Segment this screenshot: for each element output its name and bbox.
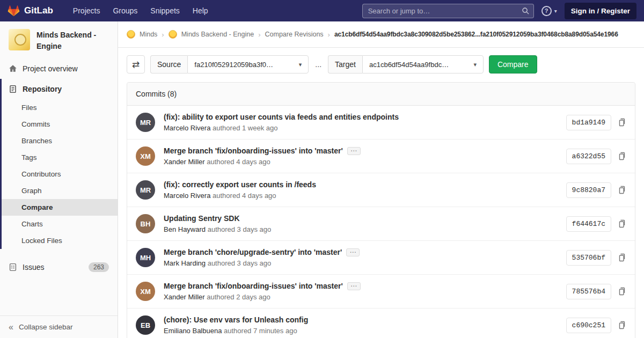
avatar: MH <box>136 248 155 267</box>
issues-icon <box>9 263 17 271</box>
sidebar-item-locked-files[interactable]: Locked Files <box>2 232 118 249</box>
commit-time: authored 4 days ago <box>213 192 276 200</box>
commit-time: authored 3 days ago <box>208 225 272 233</box>
help-dropdown[interactable]: ? ▾ <box>541 6 557 16</box>
project-header[interactable]: Minds Backend - Engine <box>0 21 118 57</box>
commits-header: Commits (8) <box>127 83 635 106</box>
commit-author-link[interactable]: Marcelo Rivera <box>164 192 210 200</box>
commit-title-link[interactable]: Merge branch 'fix/onboarding-issues' int… <box>164 146 343 155</box>
sidebar-item-label: Issues <box>23 263 83 271</box>
commit-title-link[interactable]: Updating Sentry SDK <box>164 214 240 223</box>
commit-sha[interactable]: 9c8820a7 <box>566 182 611 198</box>
commit-title-link[interactable]: (fix): ability to export user counts via… <box>164 113 399 121</box>
sidebar-item-issues[interactable]: Issues 263 <box>0 256 118 278</box>
collapse-sidebar-button[interactable]: « Collapse sidebar <box>0 315 118 338</box>
commit-author-link[interactable]: Xander Miller <box>164 158 205 166</box>
expand-commit-message-button[interactable]: … <box>347 147 361 155</box>
sidebar-item-files[interactable]: Files <box>2 99 118 116</box>
commit-time: authored 3 days ago <box>208 259 272 267</box>
commit-sha[interactable]: 785576b4 <box>566 284 611 299</box>
copy-commit-sha-button[interactable] <box>618 186 626 194</box>
sidebar-item-project-overview[interactable]: Project overview <box>0 58 118 79</box>
sign-in-register-button[interactable]: Sign in / Register <box>565 3 636 19</box>
copy-commit-sha-button[interactable] <box>618 118 626 127</box>
commit-author-link[interactable]: Ben Hayward <box>164 225 206 233</box>
commit-author-link[interactable]: Xander Miller <box>164 293 205 301</box>
compare-form: ⇄ Source fa210f052912059ba3f0… ▾ ... Tar… <box>118 48 644 82</box>
commit-meta: Xander Miller authored 2 days ago <box>164 293 558 301</box>
collapse-icon: « <box>9 325 13 330</box>
search-input[interactable] <box>362 4 534 18</box>
breadcrumb-project[interactable]: Minds Backend - Engine <box>181 31 254 38</box>
avatar: MR <box>136 113 155 132</box>
expand-commit-message-button[interactable]: … <box>346 248 360 256</box>
search-icon <box>522 7 530 15</box>
chevron-down-icon: ▾ <box>299 61 302 68</box>
home-icon <box>9 64 17 73</box>
sidebar-item-graph[interactable]: Graph <box>2 182 118 199</box>
target-label: Target <box>328 55 362 74</box>
target-ref-dropdown[interactable]: ac1cb6df54d54aa9fbdc… ▾ <box>362 55 484 74</box>
collapse-label: Collapse sidebar <box>19 323 73 331</box>
nav-snippets[interactable]: Snippets <box>144 3 185 18</box>
copy-commit-sha-button[interactable] <box>618 219 626 228</box>
gitlab-logo[interactable]: GitLab <box>8 5 53 17</box>
avatar: MR <box>136 180 155 200</box>
nav-projects[interactable]: Projects <box>67 3 106 18</box>
source-ref-value: fa210f052912059ba3f0… <box>194 61 273 69</box>
source-label: Source <box>150 55 187 74</box>
target-ref-value: ac1cb6df54d54aa9fbdc… <box>369 61 449 69</box>
commit-sha[interactable]: bd1a9149 <box>566 115 611 130</box>
commit-title-link[interactable]: Merge branch 'chore/upgrade-sentry' into… <box>164 248 342 256</box>
sidebar-item-label: Repository <box>23 85 62 93</box>
copy-commit-sha-button[interactable] <box>618 152 626 160</box>
commit-title-link[interactable]: Merge branch 'fix/onboarding-issues' int… <box>164 282 343 290</box>
sidebar-item-tags[interactable]: Tags <box>2 149 118 166</box>
breadcrumb-compare-revisions[interactable]: Compare Revisions <box>265 31 324 38</box>
repository-submenu: Files Commits Branches Tags Contributors… <box>2 99 118 249</box>
sidebar-item-commits[interactable]: Commits <box>2 116 118 133</box>
copy-commit-sha-button[interactable] <box>618 253 626 262</box>
commit-row: MR (fix): ability to export user counts … <box>127 106 635 139</box>
brand-text: GitLab <box>24 5 53 16</box>
commit-row: BH Updating Sentry SDK Ben Hayward autho… <box>127 207 635 241</box>
compare-button[interactable]: Compare <box>489 55 537 74</box>
sidebar-item-label: Project overview <box>23 64 78 73</box>
commit-sha[interactable]: f644617c <box>566 216 611 232</box>
commit-title-link[interactable]: (fix): correctly export user counts in /… <box>164 180 316 189</box>
commit-author-link[interactable]: Emiliano Balbuena <box>164 327 222 335</box>
issues-count-badge: 263 <box>89 262 109 272</box>
commit-sha[interactable]: a6322d55 <box>566 149 611 164</box>
commit-row: XM Merge branch 'fix/onboarding-issues' … <box>127 139 635 173</box>
commit-sha[interactable]: c690c251 <box>566 318 611 333</box>
commit-meta: Marcelo Rivera authored 4 days ago <box>164 192 558 200</box>
source-group: Source fa210f052912059ba3f0… ▾ <box>150 55 309 74</box>
nav-help[interactable]: Help <box>187 3 214 18</box>
target-group: Target ac1cb6df54d54aa9fbdc… ▾ <box>328 55 484 74</box>
sidebar-item-contributors[interactable]: Contributors <box>2 166 118 182</box>
expand-commit-message-button[interactable]: … <box>347 282 361 290</box>
nav-groups[interactable]: Groups <box>107 3 143 18</box>
commit-sha[interactable]: 535706bf <box>566 250 611 266</box>
sidebar-item-repository[interactable]: Repository <box>2 79 118 99</box>
breadcrumb-group[interactable]: Minds <box>140 31 157 38</box>
copy-commit-sha-button[interactable] <box>618 287 626 296</box>
group-avatar <box>127 30 135 39</box>
commit-meta: Marcelo Rivera authored 1 week ago <box>164 124 558 132</box>
sidebar-item-charts[interactable]: Charts <box>2 216 118 232</box>
chevron-right-icon: › <box>258 31 260 39</box>
commit-author-link[interactable]: Mark Harding <box>164 259 206 267</box>
sidebar-item-branches[interactable]: Branches <box>2 133 118 149</box>
range-separator: ... <box>315 60 321 69</box>
copy-commit-sha-button[interactable] <box>618 321 626 329</box>
swap-revisions-button[interactable]: ⇄ <box>127 55 145 74</box>
commit-meta: Ben Hayward authored 3 days ago <box>164 225 558 233</box>
sidebar-item-compare[interactable]: Compare <box>2 199 118 216</box>
avatar: XM <box>136 146 155 166</box>
source-ref-dropdown[interactable]: fa210f052912059ba3f0… ▾ <box>187 55 309 74</box>
commit-author-link[interactable]: Marcelo Rivera <box>164 124 210 132</box>
breadcrumb-current-range: ac1cb6df54d54aa9fbdc3a8c309082d5be253862… <box>334 31 618 38</box>
commit-title-link[interactable]: (chore): Use env vars for Unleash config <box>164 315 308 324</box>
commit-meta: Xander Miller authored 4 days ago <box>164 158 558 166</box>
commit-meta: Mark Harding authored 3 days ago <box>164 259 558 267</box>
